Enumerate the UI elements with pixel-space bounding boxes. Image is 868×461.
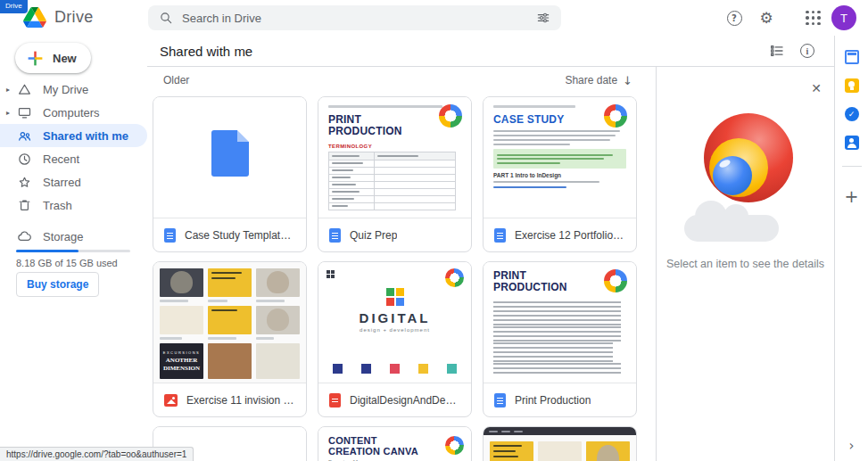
side-panel-rail: ✓ + ›: [834, 36, 868, 461]
close-icon[interactable]: ✕: [811, 81, 822, 95]
file-preview: PRINT PRODUCTION: [484, 262, 636, 383]
new-plus-icon: [26, 49, 45, 68]
course-logo-badge: [445, 268, 464, 287]
google-doc-icon: [494, 393, 506, 407]
sidebar-item-starred[interactable]: Starred: [0, 170, 147, 193]
expand-caret-icon[interactable]: ▸: [0, 109, 14, 117]
sidebar-item-storage[interactable]: Storage: [0, 225, 147, 248]
storage-progress-bar: [16, 250, 130, 252]
preview-table: [328, 152, 456, 210]
file-card[interactable]: PRINT PRODUCTION TERMINOLOGY: [318, 96, 472, 252]
file-card[interactable]: CONTENT CREATION CANVA Exercise 11: [318, 426, 472, 461]
keep-icon[interactable]: [845, 78, 859, 93]
expand-caret-icon[interactable]: ▸: [0, 86, 14, 94]
file-card[interactable]: DIGITAL design + development DigitalDesi…: [318, 261, 472, 417]
list-view-toggle-icon[interactable]: [769, 43, 785, 59]
file-card[interactable]: Case Study Template.indd: [153, 96, 307, 252]
storage-progress-fill: [16, 250, 79, 252]
file-card[interactable]: EXCURSIONS ANOTHER DIMENSION Exercise 11…: [153, 261, 307, 417]
sidebar-item-my-drive[interactable]: ▸ My Drive: [0, 78, 147, 101]
details-empty-message: Select an item to see the details: [657, 258, 834, 270]
drive-logo[interactable]: Drive: [23, 7, 94, 28]
file-preview: DIGITAL design + development: [318, 262, 471, 383]
contacts-icon[interactable]: [845, 136, 859, 150]
status-url: https://drive.google.com/?tab=oo&authuse…: [0, 447, 194, 461]
google-doc-icon: [494, 228, 506, 243]
content-header: Shared with me i: [147, 36, 834, 67]
get-addons-icon[interactable]: +: [845, 188, 859, 205]
group-label: Older: [163, 74, 189, 86]
file-card[interactable]: [483, 426, 637, 461]
starred-icon: [16, 174, 32, 190]
details-info-icon[interactable]: i: [800, 44, 814, 58]
logo-mark: [327, 270, 335, 278]
details-panel: ✕ Select an item to see the details: [656, 67, 834, 461]
rail-divider: [842, 166, 862, 167]
sidebar-item-computers[interactable]: ▸ Computers: [0, 101, 147, 124]
sort-control[interactable]: Share date ↓: [565, 74, 632, 86]
file-preview: EXCURSIONS ANOTHER DIMENSION: [153, 262, 306, 383]
file-icon-large: [211, 130, 249, 177]
file-grid-area: Older Share date ↓ Case Study Template.i…: [147, 67, 656, 461]
collage-title-tile: EXCURSIONS ANOTHER DIMENSION: [160, 343, 203, 379]
shared-with-me-icon: [16, 128, 32, 144]
page-title: Shared with me: [160, 44, 252, 59]
color-squares: [386, 288, 404, 306]
highlighted-text-block: [493, 149, 626, 169]
google-drive-app: { "browser": { "tab_badge": "Drive", "st…: [0, 0, 868, 461]
trash-icon: [16, 197, 32, 213]
color-squares-row: [333, 364, 457, 374]
indesign-file-icon: [164, 228, 176, 243]
recent-icon: [16, 151, 32, 167]
pdf-file-icon: [329, 393, 341, 407]
sidebar-item-trash[interactable]: Trash: [0, 193, 147, 217]
sidebar: New ▸ My Drive ▸ Computers Shared with m…: [0, 36, 147, 461]
image-file-icon: [164, 394, 178, 407]
course-logo-badge: [445, 436, 464, 455]
search-input[interactable]: [182, 12, 527, 25]
new-button[interactable]: New: [15, 43, 91, 73]
file-card[interactable]: CASE STUDY PART 1 Intro to InDesign Exer…: [483, 96, 637, 252]
course-logo-badge: [604, 269, 627, 292]
preview-menubar: [484, 427, 636, 435]
buy-storage-button[interactable]: Buy storage: [16, 272, 99, 297]
settings-button[interactable]: ⚙: [755, 6, 778, 29]
search-bar[interactable]: [148, 5, 561, 30]
calendar-icon[interactable]: [845, 50, 859, 64]
link-line: [493, 186, 566, 188]
new-button-label: New: [53, 52, 77, 65]
app-header: Drive ? ⚙ T: [0, 0, 868, 36]
hide-panel-chevron-icon[interactable]: ›: [835, 438, 868, 454]
account-avatar[interactable]: T: [831, 5, 856, 30]
search-options-icon[interactable]: [536, 11, 550, 25]
view-controls: i: [769, 43, 814, 59]
sidebar-nav: ▸ My Drive ▸ Computers Shared with me Re…: [0, 78, 147, 217]
storage-cloud-icon: [16, 228, 32, 244]
browser-tab-badge: Drive: [0, 0, 28, 13]
computers-icon: [16, 104, 32, 120]
file-preview: CONTENT CREATION CANVA Exercise 11: [318, 427, 471, 461]
course-logo-badge: [604, 104, 627, 128]
file-grid: Case Study Template.indd PRINT PRODUCTIO…: [153, 96, 637, 461]
sidebar-item-shared-with-me[interactable]: Shared with me: [0, 124, 147, 147]
my-drive-icon: [16, 81, 32, 97]
file-preview: PRINT PRODUCTION TERMINOLOGY: [318, 97, 471, 218]
app-name: Drive: [54, 8, 94, 27]
empty-state-illustration: [679, 113, 813, 247]
group-row: Older Share date ↓: [163, 74, 632, 86]
file-preview: [484, 427, 636, 461]
storage-usage-text: 8.18 GB of 15 GB used: [16, 258, 118, 268]
tasks-icon[interactable]: ✓: [845, 107, 859, 121]
course-logo-badge: [439, 104, 462, 128]
file-card[interactable]: PRINT PRODUCTION Print Production: [483, 261, 637, 417]
help-button[interactable]: ?: [723, 6, 746, 29]
file-preview: CASE STUDY PART 1 Intro to InDesign: [484, 97, 636, 218]
header-actions: ? ⚙ T: [718, 0, 864, 36]
google-doc-icon: [329, 228, 341, 243]
search-icon: [159, 11, 173, 25]
file-preview: [153, 97, 306, 218]
sidebar-item-recent[interactable]: Recent: [0, 147, 147, 170]
google-apps-icon[interactable]: [806, 11, 821, 26]
sort-direction-icon[interactable]: ↓: [623, 75, 632, 86]
